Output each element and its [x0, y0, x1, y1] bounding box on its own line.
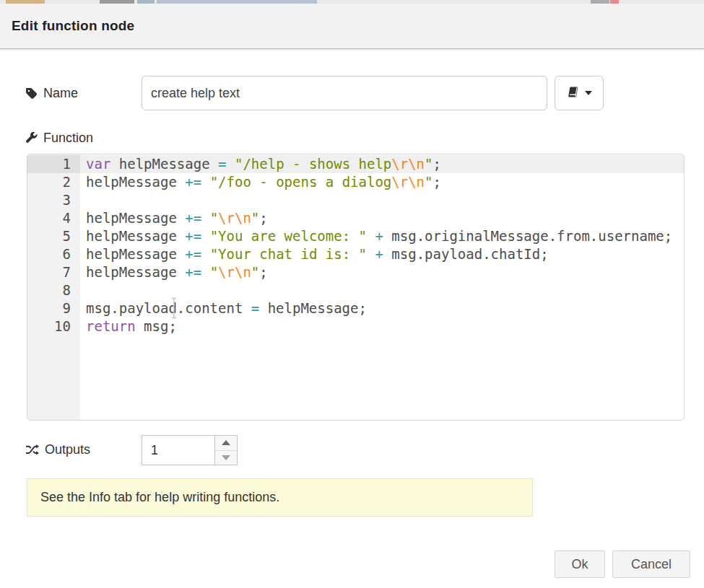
screenshot-root: Edit function node Name Function 1var he…	[0, 0, 704, 588]
line-number: 5	[27, 227, 80, 245]
ok-button[interactable]: Ok	[555, 550, 605, 578]
triangle-up-icon	[222, 440, 230, 445]
shuffle-icon	[25, 444, 39, 456]
code-line[interactable]: 2helpMessage += "/foo - opens a dialog\r…	[27, 173, 684, 191]
editor-lines: 1var helpMessage = "/help - shows help\r…	[27, 154, 684, 335]
name-label-text: Name	[43, 86, 78, 101]
caret-down-icon	[585, 91, 592, 95]
code-line[interactable]: 1var helpMessage = "/help - shows help\r…	[27, 155, 684, 173]
wrench-icon	[25, 132, 38, 144]
ibeam-cursor	[170, 297, 178, 319]
code-line-text: helpMessage += "\r\n";	[80, 263, 268, 281]
code-line[interactable]: 6helpMessage += "Your chat id is: " + ms…	[27, 245, 684, 263]
form-tip-text: See the Info tab for help writing functi…	[40, 490, 279, 505]
function-label-text: Function	[43, 131, 93, 146]
dialog-header: Edit function node	[0, 4, 704, 49]
code-line[interactable]: 5helpMessage += "You are welcome: " + ms…	[27, 227, 684, 245]
outputs-label: Outputs	[25, 435, 90, 464]
line-number: 9	[27, 299, 80, 317]
name-label: Name	[25, 76, 78, 110]
outputs-input[interactable]	[142, 436, 214, 465]
triangle-down-icon	[222, 455, 230, 460]
code-line-text: return msg;	[80, 317, 177, 335]
outputs-spinner	[142, 435, 238, 465]
code-line-text: msg.payload.content = helpMessage;	[80, 299, 367, 317]
function-label: Function	[25, 129, 93, 146]
spinner-down-button[interactable]	[215, 451, 237, 465]
line-number: 2	[27, 173, 80, 191]
spinner-up-button[interactable]	[215, 436, 237, 451]
code-line-text	[80, 191, 86, 209]
code-line-text: helpMessage += "Your chat id is: " + msg…	[80, 245, 549, 263]
code-line-text: helpMessage += "You are welcome: " + msg…	[80, 227, 672, 245]
line-number: 1	[27, 155, 80, 173]
line-number: 10	[27, 317, 80, 335]
code-line-text: helpMessage += "/foo - opens a dialog\r\…	[80, 173, 441, 191]
line-number: 6	[27, 245, 80, 263]
code-line-text: var helpMessage = "/help - shows help\r\…	[80, 155, 441, 173]
form-tip: See the Info tab for help writing functi…	[27, 478, 533, 517]
line-number: 4	[27, 209, 80, 227]
line-number: 3	[27, 191, 80, 209]
spinner-buttons	[214, 436, 237, 465]
code-line-text: helpMessage += "\r\n";	[80, 209, 268, 227]
code-editor[interactable]: 1var helpMessage = "/help - shows help\r…	[27, 154, 685, 421]
name-input[interactable]	[142, 76, 547, 110]
line-number: 8	[27, 281, 80, 299]
code-line[interactable]: 9msg.payload.content = helpMessage;	[27, 299, 684, 317]
code-line[interactable]: 7helpMessage += "\r\n";	[27, 263, 684, 281]
book-icon	[567, 86, 580, 100]
outputs-label-text: Outputs	[45, 442, 90, 457]
edit-function-node-dialog: Edit function node Name Function 1var he…	[0, 4, 704, 588]
code-line[interactable]: 10return msg;	[27, 317, 684, 335]
code-line[interactable]: 4helpMessage += "\r\n";	[27, 209, 684, 227]
code-line[interactable]: 3	[27, 191, 684, 209]
line-number: 7	[27, 263, 80, 281]
cancel-button[interactable]: Cancel	[612, 550, 690, 578]
library-button[interactable]	[555, 76, 604, 110]
code-line[interactable]: 8	[27, 281, 684, 299]
code-line-text	[80, 281, 86, 299]
dialog-title: Edit function node	[12, 18, 134, 34]
tag-icon	[25, 87, 38, 100]
